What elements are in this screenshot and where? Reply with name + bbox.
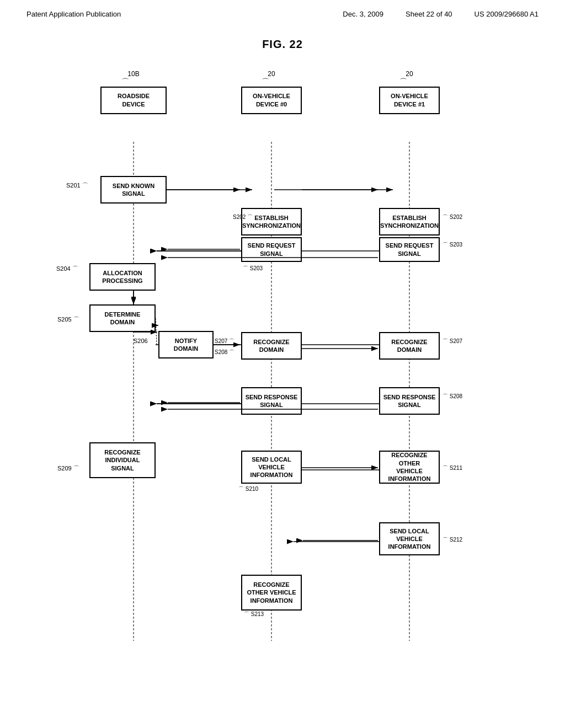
step-s207-label: S207 ⌒ — [215, 338, 234, 345]
header-right: Dec. 3, 2009 Sheet 22 of 40 US 2009/2966… — [343, 10, 539, 18]
brace-on-vehicle-1: ⌒ — [399, 77, 407, 87]
header-date: Dec. 3, 2009 — [343, 10, 383, 18]
entity-ref-roadside: 10B — [111, 70, 156, 78]
step-s208-box: SEND RESPONSESIGNAL — [241, 387, 302, 415]
header-patent-number: US 2009/296680 A1 — [475, 10, 539, 18]
step-s210-label: ⌒ S210 — [238, 485, 258, 493]
entity-roadside: ROADSIDEDEVICE — [100, 87, 167, 114]
arrow-s205-s206 — [89, 317, 161, 334]
step-s213-label: ⌒ S213 — [244, 611, 264, 618]
step-s204-box: ALLOCATIONPROCESSING — [89, 263, 156, 291]
step-s207b-label: ⌒ S207 — [443, 338, 462, 345]
step-s208-label-left: S208 ⌒ — [215, 349, 234, 356]
step-s202b-label: ⌒ S202 — [443, 213, 462, 221]
header-sheet: Sheet 22 of 40 — [406, 10, 452, 18]
brace-on-vehicle-0: ⌒ — [262, 77, 269, 87]
entity-on-vehicle-1: ON-VEHICLEDEVICE #1 — [379, 87, 440, 114]
step-s206-label: S206 — [134, 338, 148, 344]
step-s202-box: ESTABLISHSYNCHRONIZATION — [241, 208, 302, 235]
step-s206-box: NOTIFYDOMAIN — [158, 331, 214, 358]
step-s210-box: SEND LOCALVEHICLEINFORMATION — [241, 451, 302, 484]
step-s209-box: RECOGNIZEINDIVIDUALSIGNAL — [89, 442, 156, 478]
step-s203b-box: SEND REQUESTSIGNAL — [379, 237, 440, 262]
diagram: 10B ⌒ 20 ⌒ 20 ⌒ ROADSIDEDEVICE ON-VEHICL… — [56, 67, 509, 646]
step-s202b-box: ESTABLISHSYNCHRONIZATION — [379, 208, 440, 235]
step-s208b-box: SEND RESPONSESIGNAL — [379, 387, 440, 415]
step-s208b-label: ⌒ S208 — [443, 393, 462, 400]
header-publication-type: Patent Application Publication — [26, 10, 121, 18]
step-s201-label: S201 ⌒ — [66, 181, 88, 190]
page-header: Patent Application Publication Dec. 3, 2… — [0, 0, 565, 18]
step-s213-box: RECOGNIZEOTHER VEHICLEINFORMATION — [241, 575, 302, 611]
entity-ref-on-vehicle-0: 20 — [252, 70, 291, 78]
step-s203b-label: ⌒ S203 — [443, 241, 462, 249]
step-s212-box: SEND LOCALVEHICLEINFORMATION — [379, 522, 440, 555]
step-s202-label: S202 ⌒ — [233, 213, 253, 221]
step-s201-box: SEND KNOWNSIGNAL — [100, 176, 167, 204]
brace-roadside: ⌒ — [121, 77, 129, 87]
entity-on-vehicle-0: ON-VEHICLEDEVICE #0 — [241, 87, 302, 114]
step-s209-label: S209 ⌒ — [57, 464, 79, 473]
step-s207-box: RECOGNIZEDOMAIN — [241, 332, 302, 360]
page: Patent Application Publication Dec. 3, 2… — [0, 0, 565, 728]
figure-title: FIG. 22 — [0, 38, 565, 51]
step-s211-label: ⌒ S211 — [443, 464, 462, 472]
step-s212-label: ⌒ S212 — [443, 536, 462, 544]
step-s204-label: S204 ⌒ — [56, 265, 78, 273]
step-s211-box: RECOGNIZE OTHERVEHICLEINFORMATION — [379, 451, 440, 484]
step-s205-label: S205 ⌒ — [57, 315, 79, 324]
step-s203-box: SEND REQUESTSIGNAL — [241, 237, 302, 262]
entity-ref-on-vehicle-1: 20 — [390, 70, 429, 78]
step-s207b-box: RECOGNIZEDOMAIN — [379, 332, 440, 360]
step-s203-label: ⌒ S203 — [243, 265, 263, 272]
